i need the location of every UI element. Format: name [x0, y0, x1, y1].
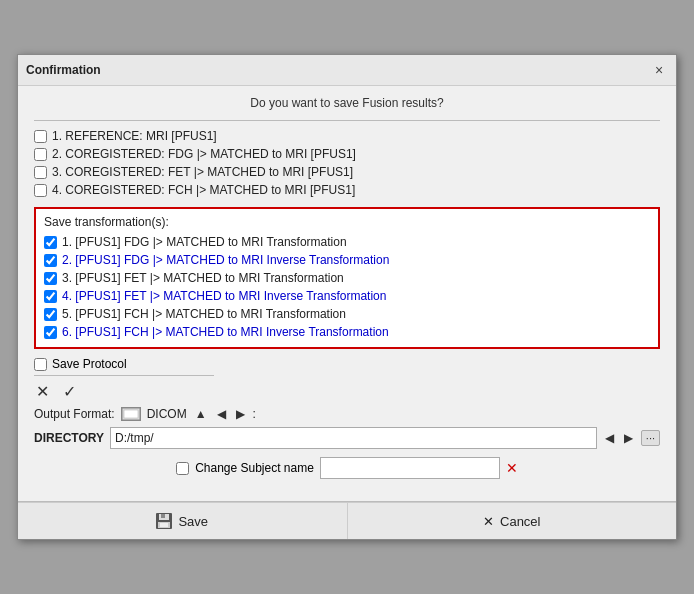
- list-item: 1. [PFUS1] FDG |> MATCHED to MRI Transfo…: [44, 233, 650, 251]
- item-4-label: 4. COREGISTERED: FCH |> MATCHED to MRI […: [52, 183, 355, 197]
- transform-2-label: 2. [PFUS1] FDG |> MATCHED to MRI Inverse…: [62, 253, 389, 267]
- transform-5-label: 5. [PFUS1] FCH |> MATCHED to MRI Transfo…: [62, 307, 346, 321]
- transform-3-label: 3. [PFUS1] FET |> MATCHED to MRI Transfo…: [62, 271, 344, 285]
- change-subject-row: Change Subject name ✕: [34, 457, 660, 479]
- dicom-icon: [121, 407, 141, 421]
- save-protocol-row: Save Protocol: [34, 357, 660, 371]
- save-label: Save: [178, 514, 208, 529]
- item-2-label: 2. COREGISTERED: FDG |> MATCHED to MRI […: [52, 147, 356, 161]
- transform-1-label: 1. [PFUS1] FDG |> MATCHED to MRI Transfo…: [62, 235, 347, 249]
- transform-1-checkbox[interactable]: [44, 236, 57, 249]
- question-text: Do you want to save Fusion results?: [34, 96, 660, 110]
- transform-2-checkbox[interactable]: [44, 254, 57, 267]
- xcheck-row: ✕ ✓: [34, 382, 660, 401]
- item-1-label: 1. REFERENCE: MRI [PFUS1]: [52, 129, 217, 143]
- item-3-checkbox[interactable]: [34, 166, 47, 179]
- save-transformations-label: Save transformation(s):: [44, 215, 650, 229]
- dir-browse-btn[interactable]: ···: [641, 430, 660, 446]
- change-subject-label: Change Subject name: [195, 461, 314, 475]
- list-item: 5. [PFUS1] FCH |> MATCHED to MRI Transfo…: [44, 305, 650, 323]
- transform-4-label: 4. [PFUS1] FET |> MATCHED to MRI Inverse…: [62, 289, 386, 303]
- change-subject-input[interactable]: [320, 457, 500, 479]
- dir-prev-btn[interactable]: ◀: [603, 431, 616, 445]
- format-colon: :: [253, 407, 256, 421]
- item-1-checkbox[interactable]: [34, 130, 47, 143]
- item-3-label: 3. COREGISTERED: FET |> MATCHED to MRI […: [52, 165, 353, 179]
- transform-6-label: 6. [PFUS1] FCH |> MATCHED to MRI Inverse…: [62, 325, 389, 339]
- list-item: 6. [PFUS1] FCH |> MATCHED to MRI Inverse…: [44, 323, 650, 341]
- footer: Save ✕ Cancel: [18, 502, 676, 539]
- transform-3-checkbox[interactable]: [44, 272, 57, 285]
- format-up-btn[interactable]: ▲: [193, 407, 209, 421]
- dialog-title: Confirmation: [26, 63, 101, 77]
- change-subject-checkbox[interactable]: [176, 462, 189, 475]
- list-item: 4. COREGISTERED: FCH |> MATCHED to MRI […: [34, 181, 660, 199]
- short-divider: [34, 375, 214, 376]
- save-button[interactable]: Save: [18, 503, 348, 539]
- directory-row: DIRECTORY ◀ ▶ ···: [34, 427, 660, 449]
- svg-rect-6: [160, 523, 168, 527]
- change-subject-clear-btn[interactable]: ✕: [506, 460, 518, 476]
- save-transformations-box: Save transformation(s): 1. [PFUS1] FDG |…: [34, 207, 660, 349]
- x-button[interactable]: ✕: [34, 382, 51, 401]
- dialog-content: Do you want to save Fusion results? 1. R…: [18, 86, 676, 495]
- output-format-row: Output Format: DICOM ▲ ◀ ▶ :: [34, 407, 660, 421]
- output-format-value: DICOM: [147, 407, 187, 421]
- format-prev-btn[interactable]: ◀: [215, 407, 228, 421]
- list-item: 3. [PFUS1] FET |> MATCHED to MRI Transfo…: [44, 269, 650, 287]
- list-item: 3. COREGISTERED: FET |> MATCHED to MRI […: [34, 163, 660, 181]
- list-item: 4. [PFUS1] FET |> MATCHED to MRI Inverse…: [44, 287, 650, 305]
- list-item: 2. COREGISTERED: FDG |> MATCHED to MRI […: [34, 145, 660, 163]
- titlebar: Confirmation ×: [18, 55, 676, 86]
- confirmation-dialog: Confirmation × Do you want to save Fusio…: [17, 54, 677, 540]
- directory-input[interactable]: [110, 427, 597, 449]
- item-4-checkbox[interactable]: [34, 184, 47, 197]
- divider-1: [34, 120, 660, 121]
- dir-next-btn[interactable]: ▶: [622, 431, 635, 445]
- close-button[interactable]: ×: [650, 61, 668, 79]
- transform-5-checkbox[interactable]: [44, 308, 57, 321]
- transform-4-checkbox[interactable]: [44, 290, 57, 303]
- save-protocol-checkbox[interactable]: [34, 358, 47, 371]
- output-format-label: Output Format:: [34, 407, 115, 421]
- directory-label: DIRECTORY: [34, 431, 104, 445]
- floppy-icon: [156, 513, 172, 529]
- item-2-checkbox[interactable]: [34, 148, 47, 161]
- cancel-x-icon: ✕: [483, 514, 494, 529]
- cancel-button[interactable]: ✕ Cancel: [348, 503, 677, 539]
- save-protocol-label: Save Protocol: [52, 357, 127, 371]
- list-item: 1. REFERENCE: MRI [PFUS1]: [34, 127, 660, 145]
- svg-rect-4: [161, 514, 165, 518]
- items-list: 1. REFERENCE: MRI [PFUS1] 2. COREGISTERE…: [34, 127, 660, 199]
- check-button[interactable]: ✓: [61, 382, 78, 401]
- list-item: 2. [PFUS1] FDG |> MATCHED to MRI Inverse…: [44, 251, 650, 269]
- transform-6-checkbox[interactable]: [44, 326, 57, 339]
- cancel-label: Cancel: [500, 514, 540, 529]
- format-next-btn[interactable]: ▶: [234, 407, 247, 421]
- svg-rect-1: [124, 410, 138, 418]
